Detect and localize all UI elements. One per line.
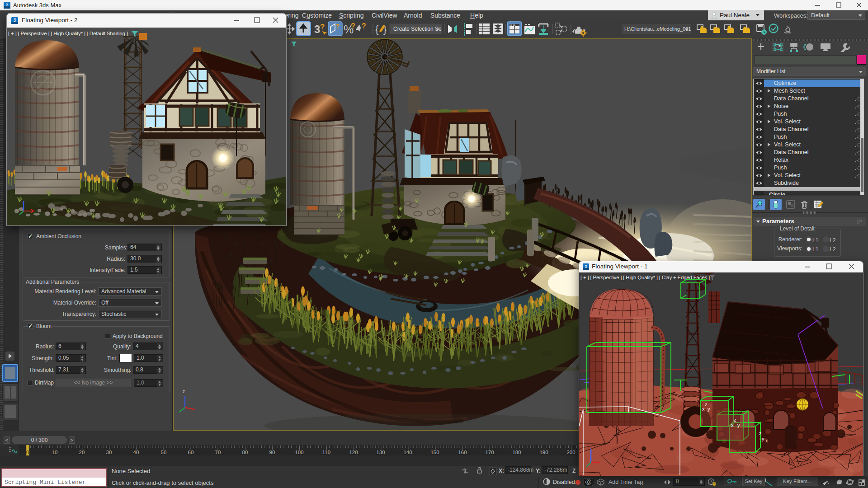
svg-text:180: 180 bbox=[512, 450, 521, 455]
svg-text:190: 190 bbox=[539, 450, 548, 455]
svg-text:z: z bbox=[705, 402, 708, 407]
svg-text:x: x bbox=[765, 438, 768, 443]
svg-text:x: x bbox=[702, 406, 705, 412]
svg-text:z: z bbox=[183, 389, 185, 394]
svg-text:3: 3 bbox=[14, 18, 16, 23]
svg-text:70: 70 bbox=[215, 450, 221, 455]
svg-text:150: 150 bbox=[430, 450, 439, 455]
svg-text:z: z bbox=[734, 417, 736, 422]
svg-text:200: 200 bbox=[566, 450, 575, 455]
svg-text:3: 3 bbox=[585, 264, 587, 269]
svg-text:3: 3 bbox=[314, 23, 320, 35]
svg-text:?: ? bbox=[335, 22, 340, 30]
svg-text:60: 60 bbox=[188, 450, 194, 455]
svg-text:0: 0 bbox=[26, 450, 29, 455]
svg-text:50: 50 bbox=[161, 450, 167, 455]
svg-text:x: x bbox=[731, 422, 734, 428]
svg-text:40: 40 bbox=[133, 450, 139, 455]
svg-text:20: 20 bbox=[79, 450, 85, 455]
svg-text:90: 90 bbox=[269, 450, 275, 455]
svg-text:80: 80 bbox=[242, 450, 248, 455]
svg-text:?: ? bbox=[351, 22, 355, 30]
svg-text:?: ? bbox=[320, 23, 325, 31]
svg-text:3: 3 bbox=[6, 2, 9, 7]
svg-text:[ + ] [ Perspective ] [ High Q: [ + ] [ Perspective ] [ High Quality* ] … bbox=[580, 275, 710, 280]
svg-text:{: { bbox=[375, 23, 378, 35]
svg-text:z: z bbox=[759, 431, 762, 436]
svg-text:y: y bbox=[737, 422, 740, 428]
svg-text:170: 170 bbox=[485, 450, 494, 455]
svg-text:[ + ] [ Perspective ] [ High Q: [ + ] [ Perspective ] [ High Quality* ] … bbox=[8, 31, 128, 36]
svg-text:140: 140 bbox=[403, 450, 412, 455]
svg-text:30: 30 bbox=[106, 450, 112, 455]
svg-text:110: 110 bbox=[322, 450, 330, 455]
svg-text:10: 10 bbox=[52, 450, 58, 455]
svg-text:120: 120 bbox=[349, 450, 358, 455]
svg-text:y: y bbox=[708, 406, 710, 412]
svg-text:160: 160 bbox=[458, 450, 467, 455]
svg-text:100: 100 bbox=[295, 450, 303, 455]
svg-text:?: ? bbox=[362, 22, 366, 30]
svg-text:130: 130 bbox=[376, 450, 385, 455]
svg-text:y: y bbox=[762, 436, 764, 441]
